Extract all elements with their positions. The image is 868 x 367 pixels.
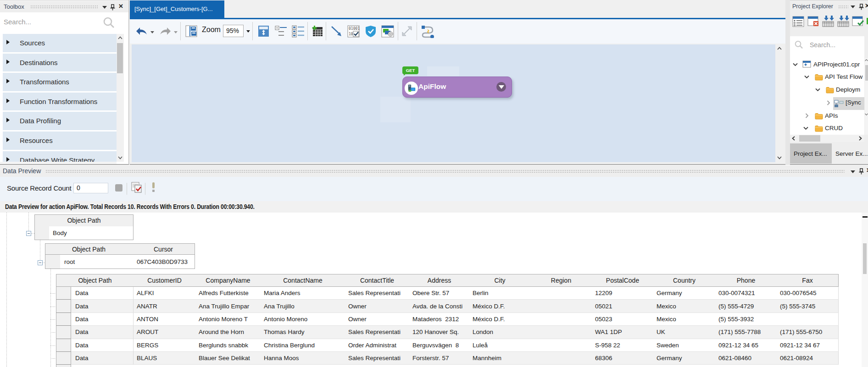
svg-text:01001: 01001 xyxy=(349,27,360,31)
svg-text:10: 10 xyxy=(349,32,353,36)
